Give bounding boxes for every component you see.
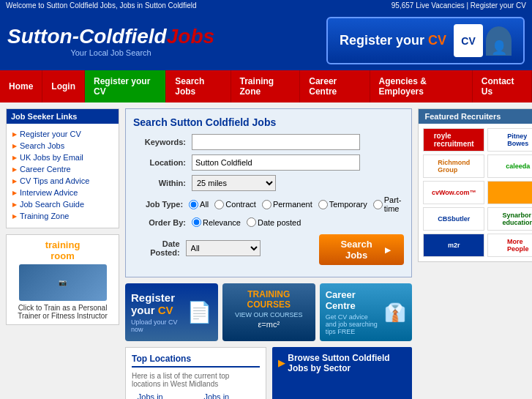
recruiter-royle[interactable]: roylerecruitment [423, 128, 484, 152]
career-centre-banner[interactable]: Career Centre Get CV advice and job sear… [320, 283, 413, 341]
logo-text: Sutton-ColdfieldJobs [7, 25, 214, 48]
orderby-row: Order By: Relevance Date posted [133, 217, 404, 227]
center-content: Search Sutton Coldfield Jobs Keywords: L… [119, 108, 418, 399]
locations-desc: Here is a list of the current top locati… [132, 372, 260, 388]
nav-login[interactable]: Login [42, 70, 85, 102]
top-locations-box: Top Locations Here is a list of the curr… [125, 347, 266, 399]
nav-contact-us[interactable]: Contact Us [473, 70, 532, 102]
featured-recruiters-box: Featured Recruiters roylerecruitment Pit… [418, 108, 532, 262]
top-bar-left: Welcome to Sutton Coldfield Jobs, Jobs i… [6, 1, 197, 10]
job-seeker-links-box: Job Seeker Links Register your CV Search… [6, 108, 119, 228]
sidebar-link-training[interactable]: Training Zone [12, 210, 113, 222]
career-icon: 👔 [384, 302, 406, 323]
nav-bar: Home Login Register your CV Search Jobs … [0, 70, 532, 102]
location-input[interactable] [192, 154, 360, 171]
orderby-dateposted[interactable]: Date posted [247, 217, 301, 227]
career-centre-content: Career Centre Get CV advice and job sear… [326, 289, 381, 335]
left-sidebar: Job Seeker Links Register your CV Search… [6, 108, 119, 399]
nav-home[interactable]: Home [0, 70, 42, 102]
recruiter-morepeople[interactable]: MorePeople [487, 234, 532, 257]
jobtype-row: Job Type: All Contract Permanent Tempora… [133, 195, 404, 213]
main-content: Job Seeker Links Register your CV Search… [0, 102, 532, 399]
sidebar-link-interview[interactable]: Interview Advice [12, 187, 113, 198]
logo-tagline: Your Local Job Search [7, 48, 214, 57]
training-image: 📷 [19, 264, 107, 301]
jobtype-label: Job Type: [133, 200, 189, 209]
training-courses-banner[interactable]: TRAININGCOURSES VIEW OUR COURSES ε=mc² [222, 283, 315, 341]
recruiter-caleeda[interactable]: caleeda [487, 154, 532, 178]
orderby-radios: Relevance Date posted [192, 217, 301, 227]
sidebar-link-job-guide[interactable]: Job Search Guide [12, 198, 113, 210]
jobtype-temporary[interactable]: Temporary [318, 200, 367, 209]
sidebar-link-search[interactable]: Search Jobs [12, 140, 113, 152]
register-cv-text: Register your CV [340, 33, 446, 48]
nav-training-zone[interactable]: Training Zone [231, 70, 301, 102]
recruiters-grid: roylerecruitment PitneyBowes RichmondGro… [419, 124, 532, 261]
within-row: Within: 25 miles 5 miles 10 miles 50 mil… [133, 175, 404, 191]
search-jobs-button[interactable]: Search Jobs [319, 234, 405, 265]
dateposted-row: Date Posted: All Today Last 3 days Last … [133, 231, 404, 265]
sidebar-link-register[interactable]: Register your CV [12, 128, 113, 140]
sidebar-link-uk-jobs[interactable]: UK Jobs by Email [12, 152, 113, 163]
right-sidebar: Featured Recruiters roylerecruitment Pit… [418, 108, 532, 399]
jobtype-parttime[interactable]: Part-time [373, 195, 405, 213]
location-label: Location: [133, 158, 192, 167]
nav-register-cv[interactable]: Register your CV [85, 70, 166, 102]
sidebar-title: Job Seeker Links [7, 109, 119, 124]
search-title: Search Sutton Coldfield Jobs [133, 116, 404, 128]
register-cv-banner[interactable]: Register your CV Upload your CV now 📄 [125, 283, 218, 341]
location-row: Location: [133, 154, 404, 171]
recruiter-mystery[interactable] [487, 181, 532, 204]
sector-title: Browse Sutton Coldfield Jobs by Sector [278, 353, 406, 373]
recruiter-synarbor[interactable]: Synarboreducation [487, 207, 532, 231]
dateposted-label: Date Posted: [133, 239, 186, 257]
register-cv-banner-content: Register your CV Upload your CV now [131, 291, 182, 333]
training-logo: trainingroom [11, 239, 114, 261]
cv-person-icon: 👤 [486, 26, 512, 56]
recruiter-pitney[interactable]: PitneyBowes [487, 128, 532, 152]
jobtype-radios: All Contract Permanent Temporary Part-ti… [189, 195, 404, 213]
training-title: TRAININGCOURSES [228, 289, 310, 310]
training-formula: ε=mc² [228, 320, 310, 329]
nav-search-jobs[interactable]: Search Jobs [166, 70, 231, 102]
nav-agencies-employers[interactable]: Agencies & Employers [370, 70, 473, 102]
sidebar-link-career[interactable]: Career Centre [12, 163, 113, 175]
recruiter-cbs[interactable]: CBSbutler [423, 207, 484, 231]
jobtype-permanent[interactable]: Permanent [262, 200, 312, 209]
register-cv-icon: 📄 [187, 300, 212, 324]
register-cv-header-button[interactable]: Register your CV 👤 [326, 17, 525, 64]
loc-birmingham[interactable]: Jobs in Birmingham [132, 392, 191, 399]
orderby-relevance[interactable]: Relevance [192, 217, 241, 227]
within-label: Within: [133, 179, 192, 187]
top-bar-right: 95,657 Live Vacancies | Register your CV [391, 1, 526, 10]
banners-row: Register your CV Upload your CV now 📄 TR… [125, 283, 412, 341]
keywords-row: Keywords: [133, 134, 404, 150]
featured-title: Featured Recruiters [419, 109, 532, 124]
jobtype-contract[interactable]: Contract [214, 200, 256, 209]
keywords-input[interactable] [192, 134, 360, 150]
training-box[interactable]: trainingroom 📷 Click to Train as a Perso… [6, 234, 119, 325]
orderby-label: Order By: [133, 218, 192, 227]
training-text: Click to Train as a Personal Trainer or … [11, 304, 114, 320]
sidebar-link-cv-tips[interactable]: CV Tips and Advice [12, 175, 113, 187]
nav-career-centre[interactable]: Career Centre [300, 70, 370, 102]
cv-icon [454, 24, 483, 57]
locations-grid: Jobs in Birmingham Jobs in Coventry Jobs… [132, 392, 260, 399]
recruiter-cvwow[interactable]: cvWow.com™ [423, 181, 484, 204]
training-subtitle: VIEW OUR COURSES [228, 311, 310, 318]
logo-jobs: Jobs [167, 25, 214, 48]
header: Sutton-ColdfieldJobs Your Local Job Sear… [0, 11, 532, 70]
keywords-label: Keywords: [133, 138, 192, 146]
top-bar: Welcome to Sutton Coldfield Jobs, Jobs i… [0, 0, 532, 11]
recruiter-m2r[interactable]: m2r [423, 234, 484, 257]
jobtype-all[interactable]: All [189, 200, 209, 209]
within-select[interactable]: 25 miles 5 miles 10 miles 50 miles [192, 175, 276, 191]
sector-box[interactable]: Browse Sutton Coldfield Jobs by Sector [272, 347, 412, 399]
dateposted-select[interactable]: All Today Last 3 days Last week [186, 240, 261, 256]
bottom-section: Top Locations Here is a list of the curr… [125, 347, 412, 399]
locations-title: Top Locations [132, 354, 260, 368]
logo[interactable]: Sutton-ColdfieldJobs Your Local Job Sear… [7, 25, 214, 57]
recruiter-richmond[interactable]: RichmondGroup [423, 154, 484, 178]
loc-coventry[interactable]: Jobs in Coventry [198, 392, 261, 399]
search-box: Search Sutton Coldfield Jobs Keywords: L… [125, 108, 412, 277]
